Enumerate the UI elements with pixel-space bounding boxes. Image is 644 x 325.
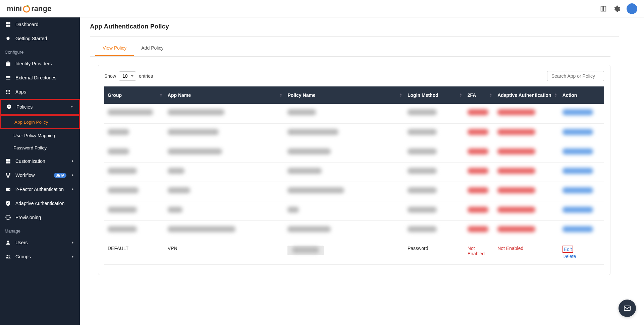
briefcase-icon [5, 60, 11, 67]
sidebar-item-label: Apps [15, 89, 75, 94]
entries-control: Show 10 entries [104, 71, 153, 81]
table-row: DEFAULT VPN Password Not Enabled Not Ena… [104, 240, 604, 264]
shield-icon [6, 104, 12, 110]
sidebar-item-provisioning[interactable]: Provisioning [0, 210, 80, 224]
chevron-down-icon [69, 105, 74, 109]
data-table: Group▲▼ App Name▲▼ Policy Name▲▼ Login M… [104, 86, 604, 265]
sidebar-subitem-app-login-policy[interactable]: App Login Policy [0, 115, 80, 129]
sidebar-item-users[interactable]: Users [0, 236, 80, 250]
sort-icon: ▲▼ [489, 93, 492, 97]
delete-link[interactable]: Delete [562, 254, 601, 259]
svg-rect-19 [6, 159, 8, 161]
sync-icon [5, 214, 11, 221]
sidebar-item-label: Provisioning [15, 215, 75, 220]
tab-add-policy[interactable]: Add Policy [134, 41, 171, 56]
sidebar-item-label: Workflow [15, 173, 50, 178]
sidebar-item-workflow[interactable]: Workflow BETA [0, 168, 80, 182]
svg-rect-4 [8, 25, 10, 27]
col-2fa[interactable]: 2FA▲▼ [464, 86, 494, 104]
sidebar-item-identity-providers[interactable]: Identity Providers [0, 57, 80, 71]
number-icon: 123 [5, 186, 11, 193]
tab-view-policy[interactable]: View Policy [95, 41, 134, 56]
table-row-blurred [104, 104, 604, 123]
rocket-icon [5, 35, 11, 42]
logo-text-mini: mini [7, 4, 22, 13]
col-adaptive-auth[interactable]: Adaptive Authentication▲▼ [494, 86, 559, 104]
svg-rect-8 [6, 79, 10, 79]
cell-policy-name [284, 240, 404, 264]
cell-adaptive-auth: Not Enabled [494, 240, 559, 264]
sidebar-subitem-password-policy[interactable]: Password Policy [0, 142, 80, 154]
sidebar-item-getting-started[interactable]: Getting Started [0, 31, 80, 46]
sidebar-section-configure: Configure [0, 46, 80, 57]
sidebar-item-policies[interactable]: Policies [0, 99, 80, 115]
svg-rect-2 [8, 22, 10, 24]
chevron-right-icon [70, 254, 75, 259]
gear-icon[interactable] [613, 5, 621, 12]
col-app-name[interactable]: App Name▲▼ [164, 86, 284, 104]
col-policy-name[interactable]: Policy Name▲▼ [284, 86, 404, 104]
sidebar-item-groups[interactable]: Groups [0, 250, 80, 264]
chevron-right-icon [70, 173, 75, 178]
sidebar-item-label: Users [15, 240, 66, 245]
cell-app-name: VPN [164, 240, 284, 264]
svg-point-16 [8, 93, 9, 94]
sidebar-item-dashboard[interactable]: Dashboard [0, 17, 80, 31]
sidebar-item-customization[interactable]: Customization [0, 154, 80, 168]
sidebar-item-adaptive-auth[interactable]: Adaptive Authentication [0, 196, 80, 210]
beta-badge: BETA [54, 173, 66, 178]
svg-rect-22 [8, 161, 10, 164]
sidebar-item-2fa[interactable]: 123 2-Factor Authentication [0, 182, 80, 196]
logo-text-range: range [31, 4, 51, 13]
content-card: Show 10 entries Group▲▼ App Name▲▼ Poli [98, 65, 610, 275]
search-input[interactable] [547, 71, 604, 81]
logo[interactable]: mini range [7, 4, 51, 13]
svg-rect-1 [6, 22, 8, 24]
sidebar-item-external-directories[interactable]: External Directories [0, 71, 80, 85]
col-login-method[interactable]: Login Method▲▼ [404, 86, 464, 104]
sort-icon: ▲▼ [399, 93, 402, 97]
entries-select[interactable]: 10 [119, 71, 136, 81]
sidebar-item-label: Customization [15, 158, 66, 164]
sidebar-item-label: 2-Factor Authentication [15, 187, 66, 192]
col-group[interactable]: Group▲▼ [104, 86, 164, 104]
sort-icon: ▲▼ [460, 93, 462, 97]
avatar[interactable] [627, 3, 637, 14]
svg-rect-7 [6, 77, 10, 78]
entries-label: entries [139, 73, 153, 79]
svg-rect-24 [9, 173, 10, 175]
svg-rect-25 [7, 176, 9, 178]
sidebar-item-label: Dashboard [15, 22, 75, 27]
edit-link[interactable]: Edit [562, 246, 573, 253]
svg-point-18 [9, 106, 10, 107]
svg-point-29 [7, 255, 8, 257]
table-row-blurred [104, 220, 604, 240]
sidebar-section-manage: Manage [0, 224, 80, 236]
svg-point-13 [8, 91, 9, 92]
svg-rect-5 [6, 62, 10, 66]
workflow-icon [5, 172, 11, 179]
group-icon [5, 253, 11, 260]
header-right [600, 3, 637, 14]
sidebar-subitem-user-policy-mapping[interactable]: User Policy Mapping [0, 129, 80, 142]
sidebar-item-label: Getting Started [15, 36, 75, 41]
svg-rect-23 [6, 173, 7, 175]
sidebar-item-label: Adaptive Authentication [15, 201, 75, 206]
svg-point-14 [9, 91, 10, 92]
svg-rect-3 [6, 25, 8, 27]
sidebar-item-apps[interactable]: Apps [0, 85, 80, 99]
table-row-blurred [104, 143, 604, 162]
svg-point-0 [23, 6, 30, 12]
user-icon [5, 239, 11, 246]
svg-rect-6 [6, 76, 10, 77]
mail-fab[interactable] [619, 300, 636, 317]
svg-rect-20 [8, 159, 10, 161]
cell-group: DEFAULT [104, 240, 164, 264]
svg-point-10 [8, 90, 9, 91]
sort-icon: ▲▼ [279, 93, 282, 97]
book-icon[interactable] [600, 5, 607, 12]
table-row-blurred [104, 162, 604, 182]
sidebar-item-label: External Directories [15, 75, 75, 80]
svg-text:123: 123 [6, 188, 10, 190]
svg-point-17 [9, 93, 10, 94]
